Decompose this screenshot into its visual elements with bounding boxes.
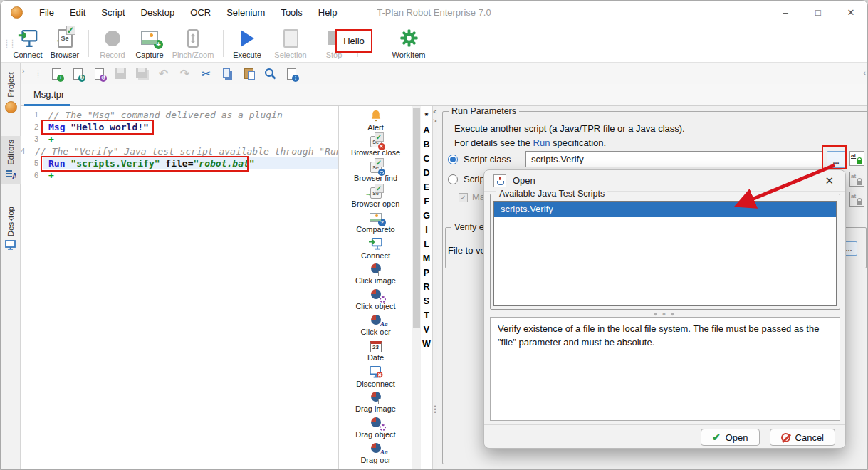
command-date[interactable]: 23Date (339, 338, 412, 364)
java-icon (493, 174, 506, 187)
letter-index-r[interactable]: R (421, 280, 432, 294)
right-collapse-chevron[interactable]: ‹ (863, 68, 866, 77)
menu-edit[interactable]: Edit (62, 1, 93, 24)
letter-index-t[interactable]: T (421, 308, 432, 323)
letter-index-c[interactable]: C (421, 152, 432, 166)
command-click-image[interactable]: Click image (339, 261, 412, 287)
letter-index-f[interactable]: F (421, 194, 432, 209)
pie-ocr-icon: Aa (371, 315, 381, 327)
toolbar-overflow-chevron[interactable]: › (22, 66, 25, 75)
script-file-radio[interactable] (448, 174, 458, 184)
open-button[interactable]: ✔ Open (701, 429, 760, 446)
paste-button[interactable] (242, 67, 256, 81)
menu-selenium[interactable]: Selenium (219, 1, 273, 24)
workitem-icon (399, 28, 419, 49)
available-scripts-group: Available Java Test Scripts scripts.Veri… (490, 194, 840, 310)
connect-sm-icon (368, 237, 383, 251)
menu-ocr[interactable]: OCR (182, 1, 219, 24)
cut-button[interactable]: ✂ (199, 67, 213, 81)
letter-index-w[interactable]: W (421, 337, 432, 351)
tab-msg-tpr[interactable]: Msg.tpr (33, 89, 64, 100)
letter-index-p[interactable]: P (421, 266, 432, 280)
menu-script[interactable]: Script (93, 1, 132, 24)
line-number: 2 (21, 121, 43, 133)
maximize-button[interactable]: □ (802, 1, 835, 24)
command-alert[interactable]: Alert (339, 108, 412, 133)
run-spec-link[interactable]: Run (533, 137, 550, 148)
letter-index-v[interactable]: V (421, 323, 432, 337)
editor-toolbar-drag-handle[interactable]: ⋮⋮ (35, 71, 41, 77)
command-browser-find[interactable]: Se✓Browser find (339, 159, 412, 184)
command-click-ocr[interactable]: AaClick ocr (339, 313, 412, 338)
dialog-close-icon[interactable]: ✕ (825, 174, 834, 187)
variable-lock-icon[interactable]: at (849, 151, 864, 166)
letter-index-star[interactable]: * (421, 109, 432, 123)
toolbar-record-button: Record (94, 28, 131, 59)
toolbar-capture-button[interactable]: +Capture (131, 28, 168, 59)
toolbar-connect-button[interactable]: Connect (9, 28, 46, 59)
sidebar-tab-desktop[interactable]: Desktop (1, 203, 21, 254)
se-close-icon: Se✓✕ (370, 135, 382, 147)
letter-index-m[interactable]: M (421, 251, 432, 266)
command-browser-close[interactable]: Se✓✕Browser close (339, 133, 412, 159)
command-palette-scrollbar[interactable] (412, 106, 421, 470)
command-disconnect[interactable]: Disconnect (339, 364, 412, 390)
toolbar-pinch-zoom-button: Pinch/Zoom (168, 28, 218, 59)
command-drag-image[interactable]: Drag image (339, 390, 412, 415)
script-class-radio[interactable] (448, 155, 458, 164)
letter-index-l[interactable]: L (421, 237, 432, 251)
dialog-footer: ✔ Open Cancel (484, 424, 845, 449)
toolbar-browser-button[interactable]: Se✓→Browser (46, 28, 83, 59)
connect-icon (17, 28, 38, 49)
editors-icon: A (5, 169, 16, 180)
copy-button[interactable] (221, 67, 234, 81)
toolbar-workitem-button[interactable]: WorkItem (390, 28, 427, 59)
scripts-list[interactable]: scripts.Verify (493, 201, 837, 306)
minimize-button[interactable]: – (769, 1, 802, 24)
command-drag-object[interactable]: Drag object (339, 415, 412, 441)
letter-index-a[interactable]: A (421, 123, 432, 137)
cancel-button[interactable]: Cancel (770, 429, 835, 446)
new-from-template-button[interactable]: ↻ (71, 67, 85, 81)
menu-tools[interactable]: Tools (273, 1, 310, 24)
make-checkbox[interactable]: ✓ (459, 193, 468, 202)
scrollbar-thumb[interactable] (413, 108, 420, 328)
toolbar-drag-handle[interactable]: ⋮⋮⋮⋮ (4, 41, 9, 46)
command-compareto[interactable]: ?Compareto (339, 210, 412, 236)
save-all-button (135, 67, 149, 81)
letter-index-s[interactable]: S (421, 294, 432, 308)
run-settings-button[interactable]: ⁝ (285, 67, 298, 81)
command-drag-ocr[interactable]: AaDrag ocr (339, 441, 412, 466)
hello-annotation-box: Hello (335, 29, 372, 53)
new-script-button[interactable]: + (50, 67, 63, 81)
menu-desktop[interactable]: Desktop (133, 1, 183, 24)
menu-help[interactable]: Help (310, 1, 345, 24)
undo-button: ↶ (157, 67, 170, 81)
command-palette: AlertSe✓✕Browser closeSe✓Browser findSe✓… (338, 106, 412, 470)
toolbar-execute-button[interactable]: Execute (229, 28, 266, 59)
new-recording-button[interactable]: ↺ (93, 67, 106, 81)
window-controls: – □ ✕ (769, 1, 867, 24)
close-button[interactable]: ✕ (835, 1, 867, 24)
date-icon: 23 (370, 340, 382, 352)
editor-toolbar: › ⋮⋮ +↻↺↶↷✂⁝ (21, 63, 868, 84)
open-dialog: Open ✕ Available Java Test Scripts scrip… (483, 169, 846, 449)
sidebar-tab-project[interactable]: Project (1, 68, 21, 117)
command-click-object[interactable]: Click object (339, 287, 412, 313)
letter-index-d[interactable]: D (421, 166, 432, 180)
find-button[interactable] (263, 67, 277, 81)
letter-index-e[interactable]: E (421, 180, 432, 194)
command-connect[interactable]: Connect (339, 236, 412, 261)
letter-index-b[interactable]: B (421, 137, 432, 152)
letter-index-g[interactable]: G (421, 209, 432, 223)
run-parameters-title: Run Parameters (449, 106, 519, 116)
sidebar-tab-editors[interactable]: EditorsA (1, 136, 21, 184)
variable-lock-icon-disabled: at (849, 192, 864, 207)
dialog-title: Open (513, 175, 535, 186)
line-number: 1 (21, 109, 43, 121)
script-class-field[interactable]: scripts.Verify (525, 151, 823, 167)
letter-index-i[interactable]: I (421, 223, 432, 237)
script-list-item[interactable]: scripts.Verify (494, 202, 836, 217)
command-browser-open[interactable]: Se✓→Browser open (339, 184, 412, 210)
menu-file[interactable]: File (31, 1, 62, 24)
